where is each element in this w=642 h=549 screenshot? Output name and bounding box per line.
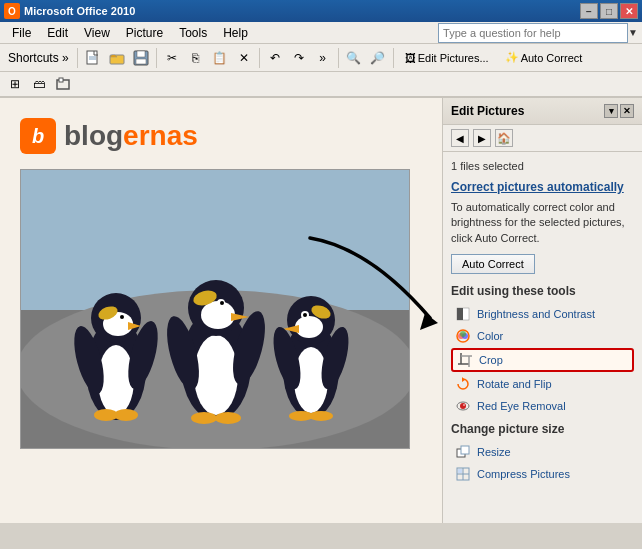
insert-table-icon[interactable]: ⊞ [4, 73, 26, 95]
edit-tools-section-title: Edit using these tools [451, 284, 634, 298]
svg-rect-64 [461, 446, 469, 454]
rotate-flip-tool-item[interactable]: Rotate and Flip [451, 374, 634, 394]
toolbar-separator-1 [77, 48, 78, 68]
compress-label: Compress Pictures [477, 468, 570, 480]
svg-point-39 [295, 316, 323, 338]
close-button[interactable]: ✕ [620, 3, 638, 19]
svg-point-30 [220, 301, 224, 305]
panel-header: Edit Pictures ▾ ✕ [443, 98, 642, 125]
undo-icon[interactable]: ↶ [264, 47, 286, 69]
panel-header-buttons: ▾ ✕ [604, 104, 634, 118]
main-toolbar: Shortcuts » ✂ ⎘ 📋 ✕ ↶ ↷ » 🔍 🔎 🖼 Edit Pic… [0, 44, 642, 72]
restore-button[interactable]: □ [600, 3, 618, 19]
svg-point-42 [303, 313, 307, 317]
red-eye-icon [455, 398, 471, 414]
brightness-contrast-icon [455, 306, 471, 322]
zoom-out-icon[interactable]: 🔍 [343, 47, 365, 69]
panel-pin-button[interactable]: ▾ [604, 104, 618, 118]
auto-correct-panel-button[interactable]: Auto Correct [451, 254, 535, 274]
logo-icon: b [20, 118, 56, 154]
open-icon[interactable] [106, 47, 128, 69]
menu-file[interactable]: File [4, 24, 39, 42]
rotate-flip-label: Rotate and Flip [477, 378, 552, 390]
secondary-toolbar: ⊞ 🗃 [0, 72, 642, 98]
panel-content: 1 files selected Correct pictures automa… [443, 152, 642, 523]
menu-help[interactable]: Help [215, 24, 256, 42]
svg-rect-5 [137, 51, 145, 57]
svg-point-61 [460, 403, 466, 409]
svg-point-47 [309, 411, 333, 421]
svg-rect-68 [458, 469, 462, 473]
svg-point-34 [191, 412, 217, 424]
nav-forward-button[interactable]: ▶ [473, 129, 491, 147]
red-eye-tool-item[interactable]: Red Eye Removal [451, 396, 634, 416]
correct-section-title: Correct pictures automatically [451, 180, 634, 194]
penguin-image [20, 169, 410, 449]
copy-icon[interactable]: ⎘ [185, 47, 207, 69]
nav-home-button[interactable]: 🏠 [495, 129, 513, 147]
menu-view[interactable]: View [76, 24, 118, 42]
menu-picture[interactable]: Picture [118, 24, 171, 42]
svg-point-25 [194, 335, 238, 415]
resize-tool-item[interactable]: Resize [451, 442, 634, 462]
app-title: Microsoft Office 2010 [24, 5, 580, 17]
cut-icon[interactable]: ✂ [161, 47, 183, 69]
logo-text-suffix: ernas [123, 120, 198, 151]
red-eye-label: Red Eye Removal [477, 400, 566, 412]
shortcuts-button[interactable]: Shortcuts » [4, 49, 73, 67]
toolbar-separator-4 [338, 48, 339, 68]
paste-icon[interactable]: 📋 [209, 47, 231, 69]
main-content: b blogernas [0, 98, 642, 523]
edit-pictures-label: Edit Pictures... [418, 52, 489, 64]
panel-close-button[interactable]: ✕ [620, 104, 634, 118]
app-icon: O [4, 3, 20, 19]
crop-label: Crop [479, 354, 503, 366]
crop-icon [457, 352, 473, 368]
color-label: Color [477, 330, 503, 342]
resize-icon [455, 444, 471, 460]
nav-back-button[interactable]: ◀ [451, 129, 469, 147]
correct-section-desc: To automatically correct color and brigh… [451, 200, 634, 246]
minimize-button[interactable]: − [580, 3, 598, 19]
help-search-arrow[interactable]: ▼ [628, 27, 638, 38]
edit-panel: Edit Pictures ▾ ✕ ◀ ▶ 🏠 1 files selected… [442, 98, 642, 523]
delete-icon[interactable]: ✕ [233, 47, 255, 69]
svg-point-62 [463, 404, 465, 406]
insert-image-icon[interactable]: 🗃 [28, 73, 50, 95]
title-bar: O Microsoft Office 2010 − □ ✕ [0, 0, 642, 22]
crop-tool-item[interactable]: Crop [451, 348, 634, 372]
toolbar-separator-3 [259, 48, 260, 68]
logo-text: blogernas [64, 120, 198, 152]
penguin-svg [21, 170, 410, 449]
edit-pictures-button[interactable]: 🖼 Edit Pictures... [398, 49, 496, 67]
more-icon[interactable]: » [312, 47, 334, 69]
auto-correct-icon: ✨ [505, 51, 519, 64]
logo-area: b blogernas [20, 118, 422, 154]
svg-rect-50 [457, 308, 463, 320]
zoom-in-icon[interactable]: 🔎 [367, 47, 389, 69]
panel-nav: ◀ ▶ 🏠 [443, 125, 642, 152]
menu-bar: File Edit View Picture Tools Help ▼ [0, 22, 642, 44]
svg-point-18 [120, 315, 124, 319]
brightness-contrast-tool-item[interactable]: Brightness and Contrast [451, 304, 634, 324]
new-icon[interactable] [82, 47, 104, 69]
svg-point-35 [215, 412, 241, 424]
redo-icon[interactable]: ↷ [288, 47, 310, 69]
auto-correct-toolbar-button[interactable]: ✨ Auto Correct [498, 48, 590, 67]
compress-tool-item[interactable]: Compress Pictures [451, 464, 634, 484]
resize-label: Resize [477, 446, 511, 458]
brightness-contrast-label: Brightness and Contrast [477, 308, 595, 320]
insert-shape-icon[interactable] [52, 73, 74, 95]
svg-marker-48 [420, 313, 438, 330]
toolbar-separator-5 [393, 48, 394, 68]
menu-edit[interactable]: Edit [39, 24, 76, 42]
edit-pictures-icon: 🖼 [405, 52, 416, 64]
save-icon[interactable] [130, 47, 152, 69]
svg-point-23 [114, 409, 138, 421]
menu-tools[interactable]: Tools [171, 24, 215, 42]
help-search-input[interactable] [438, 23, 628, 43]
auto-correct-label: Auto Correct [521, 52, 583, 64]
color-tool-item[interactable]: Color [451, 326, 634, 346]
svg-rect-6 [136, 59, 146, 64]
toolbar-separator-2 [156, 48, 157, 68]
